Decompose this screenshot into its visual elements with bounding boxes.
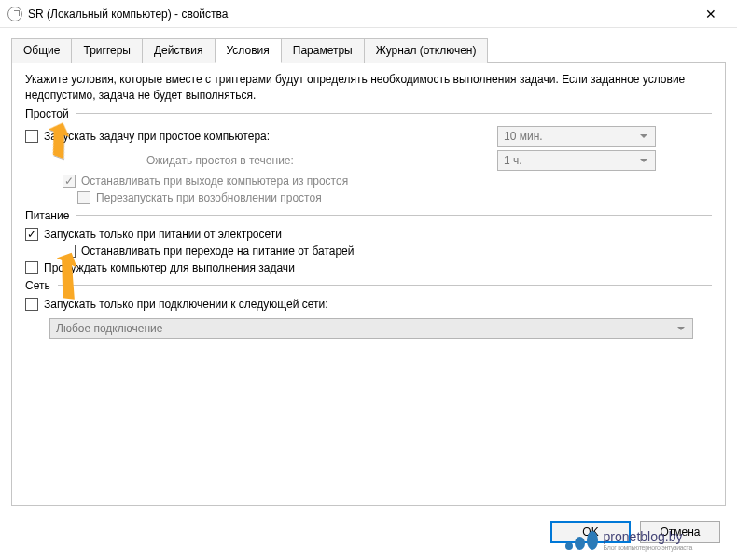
section-network-header: Сеть — [25, 279, 712, 292]
close-button[interactable]: ✕ — [692, 1, 730, 27]
row-wake-to-run: Пробуждать компьютер для выполнения зада… — [25, 259, 712, 276]
tab-general[interactable]: Общие — [11, 38, 72, 63]
section-idle-header: Простой — [25, 107, 712, 120]
divider — [76, 113, 712, 114]
divider — [58, 285, 712, 286]
watermark-text: pronetblog.by — [604, 529, 692, 544]
checkbox-stop-on-end-idle — [63, 175, 76, 188]
tab-panel-conditions: Укажите условия, которые вместе с тригге… — [11, 63, 726, 506]
description-text: Укажите условия, которые вместе с тригге… — [25, 72, 712, 104]
row-start-on-idle: Запускать задачу при простое компьютера:… — [25, 124, 712, 148]
section-idle-label: Простой — [25, 107, 69, 120]
row-restart-on-idle: Перезапускать при возобновлении простоя — [77, 189, 712, 206]
row-only-on-ac: Запускать только при питании от электрос… — [25, 226, 712, 243]
label-restart-on-idle: Перезапускать при возобновлении простоя — [96, 191, 322, 204]
section-network-label: Сеть — [25, 279, 50, 292]
label-wake-to-run: Пробуждать компьютер для выполнения зада… — [44, 261, 295, 274]
tab-conditions[interactable]: Условия — [215, 38, 282, 63]
dropdown-idle-duration[interactable]: 10 мин. — [497, 126, 656, 147]
watermark-subtext: Блог компьютерного энтузиаста — [604, 544, 692, 551]
label-only-on-ac: Запускать только при питании от электрос… — [44, 228, 282, 241]
label-only-on-network: Запускать только при подключении к следу… — [44, 298, 328, 311]
window-title: SR (Локальный компьютер) - свойства — [28, 7, 692, 21]
row-only-on-network: Запускать только при подключении к следу… — [25, 296, 712, 313]
section-power-header: Питание — [25, 209, 712, 222]
tab-settings[interactable]: Параметры — [281, 38, 365, 63]
tab-history[interactable]: Журнал (отключен) — [364, 38, 489, 63]
dropdown-wait-duration[interactable]: 1 ч. — [497, 150, 656, 171]
watermark: pronetblog.by Блог компьютерного энтузиа… — [565, 529, 692, 551]
row-stop-on-battery: Останавливать при переходе на питание от… — [63, 243, 712, 259]
clock-icon — [7, 7, 22, 21]
dropdown-network-connection[interactable]: Любое подключение — [49, 318, 693, 339]
checkbox-only-on-network[interactable] — [25, 298, 38, 311]
checkbox-start-on-idle[interactable] — [25, 130, 38, 143]
label-stop-on-end-idle: Останавливать при выходе компьютера из п… — [81, 175, 348, 188]
titlebar: SR (Локальный компьютер) - свойства ✕ — [0, 0, 737, 28]
checkbox-wake-to-run[interactable] — [25, 261, 38, 274]
label-wait-idle: Ожидать простоя в течение: — [146, 154, 294, 167]
checkbox-restart-on-idle — [77, 191, 90, 204]
label-stop-on-battery: Останавливать при переходе на питание от… — [81, 245, 355, 258]
watermark-logo-icon — [565, 531, 598, 550]
checkbox-only-on-ac[interactable] — [25, 228, 38, 241]
tabs: Общие Триггеры Действия Условия Параметр… — [11, 37, 726, 63]
row-stop-on-end-idle: Останавливать при выходе компьютера из п… — [63, 173, 712, 189]
checkbox-stop-on-battery[interactable] — [63, 245, 76, 258]
tab-actions[interactable]: Действия — [142, 38, 216, 63]
section-power-label: Питание — [25, 209, 69, 222]
divider — [76, 215, 712, 216]
row-wait-idle: Ожидать простоя в течение: 1 ч. — [25, 148, 712, 173]
tab-triggers[interactable]: Триггеры — [71, 38, 143, 63]
content: Общие Триггеры Действия Условия Параметр… — [0, 28, 737, 513]
label-start-on-idle: Запускать задачу при простое компьютера: — [44, 130, 270, 143]
